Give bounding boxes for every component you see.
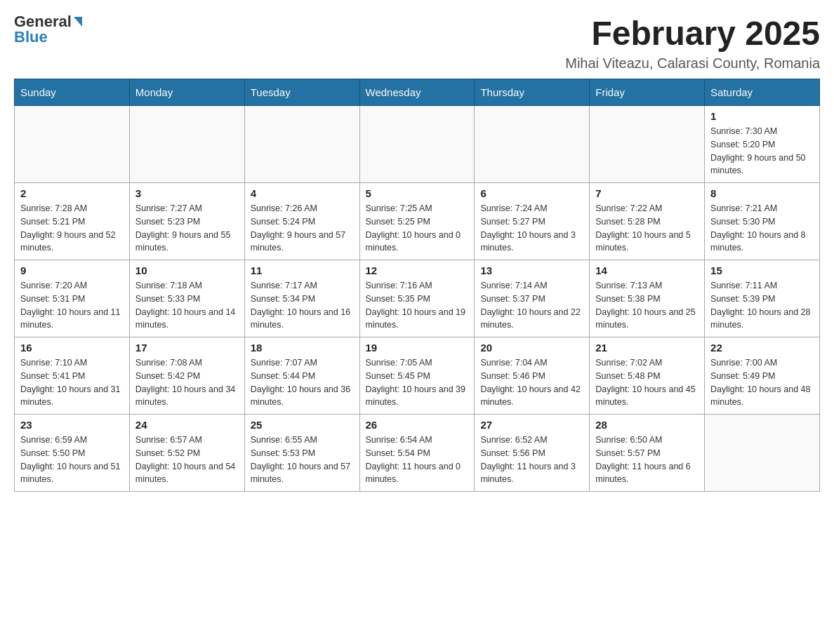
calendar-cell bbox=[590, 106, 705, 183]
day-number: 23 bbox=[20, 419, 124, 431]
calendar-cell: 17Sunrise: 7:08 AMSunset: 5:42 PMDayligh… bbox=[129, 337, 244, 415]
day-number: 6 bbox=[480, 187, 583, 199]
day-info: Sunrise: 7:11 AMSunset: 5:39 PMDaylight:… bbox=[710, 281, 810, 330]
day-info: Sunrise: 6:55 AMSunset: 5:53 PMDaylight:… bbox=[251, 435, 350, 484]
day-number: 21 bbox=[595, 342, 699, 354]
calendar-cell: 18Sunrise: 7:07 AMSunset: 5:44 PMDayligh… bbox=[244, 337, 359, 415]
day-number: 27 bbox=[480, 419, 583, 431]
calendar-cell: 16Sunrise: 7:10 AMSunset: 5:41 PMDayligh… bbox=[15, 337, 130, 415]
calendar-cell: 24Sunrise: 6:57 AMSunset: 5:52 PMDayligh… bbox=[129, 415, 244, 492]
calendar-cell bbox=[475, 106, 590, 183]
logo: General Blue bbox=[14, 14, 82, 45]
calendar-cell bbox=[244, 106, 359, 183]
day-info: Sunrise: 7:30 AMSunset: 5:20 PMDaylight:… bbox=[710, 126, 806, 175]
day-number: 22 bbox=[710, 342, 814, 354]
day-number: 14 bbox=[595, 264, 699, 276]
calendar-cell: 19Sunrise: 7:05 AMSunset: 5:45 PMDayligh… bbox=[359, 337, 475, 415]
header-friday: Friday bbox=[590, 79, 705, 106]
day-number: 19 bbox=[366, 342, 469, 354]
calendar-body: 1Sunrise: 7:30 AMSunset: 5:20 PMDaylight… bbox=[15, 106, 820, 492]
day-number: 12 bbox=[366, 264, 469, 276]
calendar-cell: 15Sunrise: 7:11 AMSunset: 5:39 PMDayligh… bbox=[705, 260, 820, 337]
calendar-cell: 25Sunrise: 6:55 AMSunset: 5:53 PMDayligh… bbox=[244, 415, 359, 492]
calendar-cell: 26Sunrise: 6:54 AMSunset: 5:54 PMDayligh… bbox=[359, 415, 475, 492]
day-info: Sunrise: 7:07 AMSunset: 5:44 PMDaylight:… bbox=[251, 358, 350, 407]
day-number: 25 bbox=[251, 419, 354, 431]
calendar-cell bbox=[359, 106, 475, 183]
calendar-cell: 8Sunrise: 7:21 AMSunset: 5:30 PMDaylight… bbox=[705, 183, 820, 260]
day-number: 28 bbox=[595, 419, 699, 431]
calendar-subtitle: Mihai Viteazu, Calarasi County, Romania bbox=[565, 55, 820, 72]
header-monday: Monday bbox=[129, 79, 244, 106]
week-row-5: 23Sunrise: 6:59 AMSunset: 5:50 PMDayligh… bbox=[15, 415, 820, 492]
header-tuesday: Tuesday bbox=[244, 79, 359, 106]
calendar-cell: 4Sunrise: 7:26 AMSunset: 5:24 PMDaylight… bbox=[244, 183, 359, 260]
day-info: Sunrise: 7:16 AMSunset: 5:35 PMDaylight:… bbox=[366, 281, 465, 330]
calendar-cell: 20Sunrise: 7:04 AMSunset: 5:46 PMDayligh… bbox=[475, 337, 590, 415]
logo-blue-text: Blue bbox=[14, 29, 48, 45]
day-info: Sunrise: 7:04 AMSunset: 5:46 PMDaylight:… bbox=[480, 358, 580, 407]
day-info: Sunrise: 7:10 AMSunset: 5:41 PMDaylight:… bbox=[20, 358, 120, 407]
day-info: Sunrise: 7:02 AMSunset: 5:48 PMDaylight:… bbox=[595, 358, 695, 407]
calendar-table: SundayMondayTuesdayWednesdayThursdayFrid… bbox=[14, 79, 820, 492]
week-row-3: 9Sunrise: 7:20 AMSunset: 5:31 PMDaylight… bbox=[15, 260, 820, 337]
day-number: 2 bbox=[20, 187, 124, 199]
day-info: Sunrise: 7:18 AMSunset: 5:33 PMDaylight:… bbox=[135, 281, 235, 330]
day-number: 13 bbox=[480, 264, 583, 276]
calendar-cell: 28Sunrise: 6:50 AMSunset: 5:57 PMDayligh… bbox=[590, 415, 705, 492]
calendar-cell: 13Sunrise: 7:14 AMSunset: 5:37 PMDayligh… bbox=[475, 260, 590, 337]
day-number: 10 bbox=[135, 264, 239, 276]
day-info: Sunrise: 7:24 AMSunset: 5:27 PMDaylight:… bbox=[480, 203, 576, 253]
calendar-cell: 6Sunrise: 7:24 AMSunset: 5:27 PMDaylight… bbox=[475, 183, 590, 260]
week-row-2: 2Sunrise: 7:28 AMSunset: 5:21 PMDaylight… bbox=[15, 183, 820, 260]
header-sunday: Sunday bbox=[15, 79, 130, 106]
logo-general-text: General bbox=[14, 14, 72, 29]
day-info: Sunrise: 7:08 AMSunset: 5:42 PMDaylight:… bbox=[135, 358, 235, 407]
day-info: Sunrise: 7:26 AMSunset: 5:24 PMDaylight:… bbox=[251, 203, 346, 253]
day-info: Sunrise: 6:52 AMSunset: 5:56 PMDaylight:… bbox=[480, 435, 576, 484]
calendar-cell: 10Sunrise: 7:18 AMSunset: 5:33 PMDayligh… bbox=[129, 260, 244, 337]
calendar-cell: 27Sunrise: 6:52 AMSunset: 5:56 PMDayligh… bbox=[475, 415, 590, 492]
day-number: 3 bbox=[135, 187, 239, 199]
calendar-cell: 12Sunrise: 7:16 AMSunset: 5:35 PMDayligh… bbox=[359, 260, 475, 337]
day-info: Sunrise: 7:13 AMSunset: 5:38 PMDaylight:… bbox=[595, 281, 695, 330]
day-info: Sunrise: 7:00 AMSunset: 5:49 PMDaylight:… bbox=[710, 358, 810, 407]
day-info: Sunrise: 6:57 AMSunset: 5:52 PMDaylight:… bbox=[135, 435, 235, 484]
day-number: 11 bbox=[251, 264, 354, 276]
calendar-cell bbox=[705, 415, 820, 492]
day-info: Sunrise: 7:22 AMSunset: 5:28 PMDaylight:… bbox=[595, 203, 691, 253]
calendar-cell: 9Sunrise: 7:20 AMSunset: 5:31 PMDaylight… bbox=[15, 260, 130, 337]
day-info: Sunrise: 7:25 AMSunset: 5:25 PMDaylight:… bbox=[366, 203, 461, 253]
calendar-cell bbox=[15, 106, 130, 183]
calendar-cell: 1Sunrise: 7:30 AMSunset: 5:20 PMDaylight… bbox=[705, 106, 820, 183]
day-info: Sunrise: 7:05 AMSunset: 5:45 PMDaylight:… bbox=[366, 358, 465, 407]
header-saturday: Saturday bbox=[705, 79, 820, 106]
day-info: Sunrise: 7:20 AMSunset: 5:31 PMDaylight:… bbox=[20, 281, 120, 330]
day-number: 18 bbox=[251, 342, 354, 354]
calendar-cell: 11Sunrise: 7:17 AMSunset: 5:34 PMDayligh… bbox=[244, 260, 359, 337]
week-row-1: 1Sunrise: 7:30 AMSunset: 5:20 PMDaylight… bbox=[15, 106, 820, 183]
day-info: Sunrise: 7:17 AMSunset: 5:34 PMDaylight:… bbox=[251, 281, 350, 330]
header-thursday: Thursday bbox=[475, 79, 590, 106]
day-info: Sunrise: 7:21 AMSunset: 5:30 PMDaylight:… bbox=[710, 203, 806, 253]
calendar-cell: 14Sunrise: 7:13 AMSunset: 5:38 PMDayligh… bbox=[590, 260, 705, 337]
day-number: 9 bbox=[20, 264, 124, 276]
calendar-cell: 22Sunrise: 7:00 AMSunset: 5:49 PMDayligh… bbox=[705, 337, 820, 415]
day-number: 26 bbox=[366, 419, 469, 431]
week-row-4: 16Sunrise: 7:10 AMSunset: 5:41 PMDayligh… bbox=[15, 337, 820, 415]
calendar-cell: 2Sunrise: 7:28 AMSunset: 5:21 PMDaylight… bbox=[15, 183, 130, 260]
day-info: Sunrise: 6:50 AMSunset: 5:57 PMDaylight:… bbox=[595, 435, 691, 484]
day-info: Sunrise: 7:27 AMSunset: 5:23 PMDaylight:… bbox=[135, 203, 231, 253]
day-number: 15 bbox=[710, 264, 814, 276]
calendar-cell: 5Sunrise: 7:25 AMSunset: 5:25 PMDaylight… bbox=[359, 183, 475, 260]
calendar-cell: 3Sunrise: 7:27 AMSunset: 5:23 PMDaylight… bbox=[129, 183, 244, 260]
day-info: Sunrise: 7:28 AMSunset: 5:21 PMDaylight:… bbox=[20, 203, 116, 253]
day-number: 16 bbox=[20, 342, 124, 354]
day-info: Sunrise: 6:59 AMSunset: 5:50 PMDaylight:… bbox=[20, 435, 120, 484]
day-number: 7 bbox=[595, 187, 699, 199]
calendar-title: February 2025 bbox=[565, 14, 820, 53]
day-info: Sunrise: 6:54 AMSunset: 5:54 PMDaylight:… bbox=[366, 435, 461, 484]
title-section: February 2025 Mihai Viteazu, Calarasi Co… bbox=[565, 14, 820, 72]
calendar-cell: 7Sunrise: 7:22 AMSunset: 5:28 PMDaylight… bbox=[590, 183, 705, 260]
day-number: 8 bbox=[710, 187, 814, 199]
